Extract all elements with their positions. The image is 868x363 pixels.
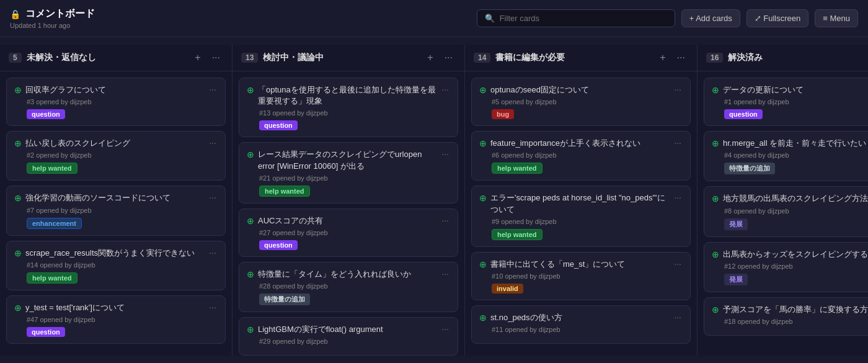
- card-top: ⊕ scrape_race_results関数がうまく実行できない ···: [14, 248, 218, 259]
- card-top: ⊕ レース結果データのスクレイピングでurlopen error [WinErr…: [247, 149, 450, 171]
- card[interactable]: ⊕ 強化学習の動画のソースコードについて ··· #7 opened by di…: [6, 186, 226, 235]
- column-add-button[interactable]: +: [657, 51, 668, 65]
- card-title: 地方競馬の出馬表のスクレイピング方法: [723, 193, 868, 204]
- card-menu-button[interactable]: ···: [673, 138, 683, 148]
- card-top: ⊕ 特徴量に「タイム」をどう入れれば良いか ···: [247, 269, 450, 280]
- search-input[interactable]: [500, 14, 667, 23]
- card-meta: #47 opened by dijzpeb: [27, 316, 218, 323]
- column-header: 16 解決済み + ···: [698, 45, 868, 71]
- card-top: ⊕ 地方競馬の出馬表のスクレイピング方法 ···: [712, 193, 868, 204]
- card-meta: #11 opened by dijzpeb: [492, 326, 683, 333]
- card-meta: #18 opened by dijzpeb: [724, 318, 868, 325]
- card-menu-button[interactable]: ···: [208, 302, 218, 312]
- card-tag: question: [259, 120, 298, 130]
- card-status-icon: ⊕: [479, 138, 487, 148]
- card-status-icon: ⊕: [14, 248, 22, 258]
- lock-icon: 🔒: [10, 9, 20, 19]
- card-tag: question: [259, 240, 298, 250]
- card-top: ⊕ st.no_pedsの使い方 ···: [479, 312, 683, 323]
- card-title: scrape_race_results関数がうまく実行できない: [25, 248, 204, 259]
- card[interactable]: ⊕ エラー'scrape peds at horse_id_list "no_p…: [471, 186, 691, 246]
- card-meta: #1 opened by dijzpeb: [724, 98, 868, 105]
- card-top: ⊕ AUCスコアの共有 ···: [247, 215, 450, 226]
- card-menu-button[interactable]: ···: [440, 324, 450, 334]
- card[interactable]: ⊕ 予測スコアを「馬の勝率」に変換する方法 ··· #18 opened by …: [704, 297, 868, 336]
- menu-button[interactable]: ≡ Menu: [815, 9, 858, 27]
- card[interactable]: ⊕ 回収率グラフについて ··· #3 opened by dijzpeb qu…: [6, 78, 226, 126]
- card-menu-button[interactable]: ···: [673, 192, 683, 202]
- card-top: ⊕ 出馬表からオッズをスクレイピングする方法 ···: [712, 249, 868, 260]
- card-top: ⊕ 書籍中に出てくる「me_st」について ···: [479, 259, 683, 270]
- card-meta: #8 opened by dijzpeb: [724, 207, 868, 215]
- card-status-icon: ⊕: [479, 193, 487, 203]
- card[interactable]: ⊕ 出馬表からオッズをスクレイピングする方法 ··· #12 opened by…: [704, 242, 868, 292]
- card-status-icon: ⊕: [479, 313, 487, 323]
- column-add-button[interactable]: +: [424, 51, 436, 65]
- column-col-3: 14 書籍に編集が必要 + ··· ⊕ optunaのseed固定について ··…: [465, 45, 698, 356]
- card[interactable]: ⊕ LightGBMの実行でfloat() argument ··· #29 o…: [239, 317, 458, 356]
- card[interactable]: ⊕ 書籍中に出てくる「me_st」について ··· #10 opened by …: [471, 252, 691, 300]
- card-status-icon: ⊕: [712, 194, 719, 204]
- card-title: レース結果データのスクレイピングでurlopen error [WinError…: [258, 149, 436, 171]
- card-menu-button[interactable]: ···: [440, 84, 450, 94]
- card[interactable]: ⊕ hr.merge_all を前走・前々走で行いたい ··· #4 opene…: [704, 131, 868, 181]
- column-header: 13 検討中・議論中 + ···: [232, 45, 464, 71]
- card-meta: #29 opened by dijzpeb: [259, 338, 450, 345]
- card[interactable]: ⊕ AUCスコアの共有 ··· #27 opened by dijzpeb qu…: [239, 208, 458, 257]
- card-tag: enhancement: [27, 218, 82, 229]
- card-menu-button[interactable]: ···: [208, 138, 218, 148]
- card-tag: bug: [492, 109, 514, 119]
- card[interactable]: ⊕ 特徴量に「タイム」をどう入れれば良いか ··· #28 opened by …: [239, 262, 458, 312]
- updated-text: Updated 1 hour ago: [10, 22, 469, 29]
- card-menu-button[interactable]: ···: [208, 84, 218, 94]
- card-tag: help wanted: [492, 163, 542, 174]
- card-menu-button[interactable]: ···: [440, 215, 450, 225]
- card-title: 予測スコアを「馬の勝率」に変換する方法: [723, 304, 868, 315]
- card-menu-button[interactable]: ···: [673, 312, 683, 322]
- card-tag: 発展: [724, 274, 748, 285]
- card[interactable]: ⊕ optunaのseed固定について ··· #5 opened by dij…: [471, 78, 691, 126]
- card-status-icon: ⊕: [14, 303, 22, 313]
- card-menu-button[interactable]: ···: [673, 259, 683, 269]
- card[interactable]: ⊕ 地方競馬の出馬表のスクレイピング方法 ··· #8 opened by di…: [704, 186, 868, 236]
- board: 5 未解決・返信なし + ··· ⊕ 回収率グラフについて ··· #3 ope…: [0, 37, 868, 363]
- card-status-icon: ⊕: [247, 325, 254, 334]
- card-top: ⊕ 「optunaを使用すると最後に追加した特徴量を最重要視する」現象 ···: [247, 84, 450, 107]
- card-title: 回収率グラフについて: [25, 84, 204, 96]
- header-left: 🔒 コメントボード Updated 1 hour ago: [10, 7, 469, 29]
- card-menu-button[interactable]: ···: [673, 84, 683, 94]
- card[interactable]: ⊕ feature_importanceが上手く表示されない ··· #6 op…: [471, 131, 691, 181]
- card-title: 払い戻し表のスクレイピング: [25, 138, 204, 149]
- card-top: ⊕ LightGBMの実行でfloat() argument ···: [247, 324, 450, 335]
- card-status-icon: ⊕: [712, 249, 719, 259]
- card[interactable]: ⊕ 払い戻し表のスクレイピング ··· #2 opened by dijzpeb…: [6, 131, 226, 181]
- column-add-button[interactable]: +: [192, 51, 203, 65]
- card[interactable]: ⊕ データの更新について ··· #1 opened by dijzpeb qu…: [704, 78, 868, 126]
- card[interactable]: ⊕ st.no_pedsの使い方 ··· #11 opened by dijzp…: [471, 305, 691, 344]
- fullscreen-button[interactable]: ⤢ Fullscreen: [746, 9, 809, 27]
- add-cards-button[interactable]: + Add cards: [681, 9, 740, 27]
- card-top: ⊕ データの更新について ···: [712, 84, 868, 96]
- card-top: ⊕ feature_importanceが上手く表示されない ···: [479, 138, 683, 149]
- card-menu-button[interactable]: ···: [208, 192, 218, 202]
- column-menu-button[interactable]: ···: [674, 51, 688, 65]
- card[interactable]: ⊕ 「optunaを使用すると最後に追加した特徴量を最重要視する」現象 ··· …: [239, 78, 458, 137]
- card[interactable]: ⊕ レース結果データのスクレイピングでurlopen error [WinErr…: [239, 142, 458, 203]
- card-menu-button[interactable]: ···: [208, 248, 218, 258]
- card-top: ⊕ y_test = test['rank']について ···: [14, 302, 218, 313]
- card-menu-button[interactable]: ···: [440, 149, 450, 159]
- card-menu-button[interactable]: ···: [440, 269, 450, 279]
- column-menu-button[interactable]: ···: [209, 51, 223, 65]
- card-status-icon: ⊕: [712, 305, 719, 315]
- card-tag: 特徴量の追加: [259, 294, 310, 305]
- card[interactable]: ⊕ y_test = test['rank']について ··· #47 open…: [6, 295, 226, 344]
- card-title: feature_importanceが上手く表示されない: [490, 138, 669, 149]
- card-title: 出馬表からオッズをスクレイピングする方法: [723, 249, 868, 260]
- card-meta: #13 opened by dijzpeb: [259, 109, 450, 117]
- column-header: 5 未解決・返信なし + ···: [0, 45, 232, 71]
- search-box: 🔍: [477, 9, 675, 27]
- column-count: 14: [474, 53, 490, 63]
- card-top: ⊕ 予測スコアを「馬の勝率」に変換する方法 ···: [712, 304, 868, 315]
- column-menu-button[interactable]: ···: [441, 51, 456, 65]
- card[interactable]: ⊕ scrape_race_results関数がうまく実行できない ··· #1…: [6, 241, 226, 290]
